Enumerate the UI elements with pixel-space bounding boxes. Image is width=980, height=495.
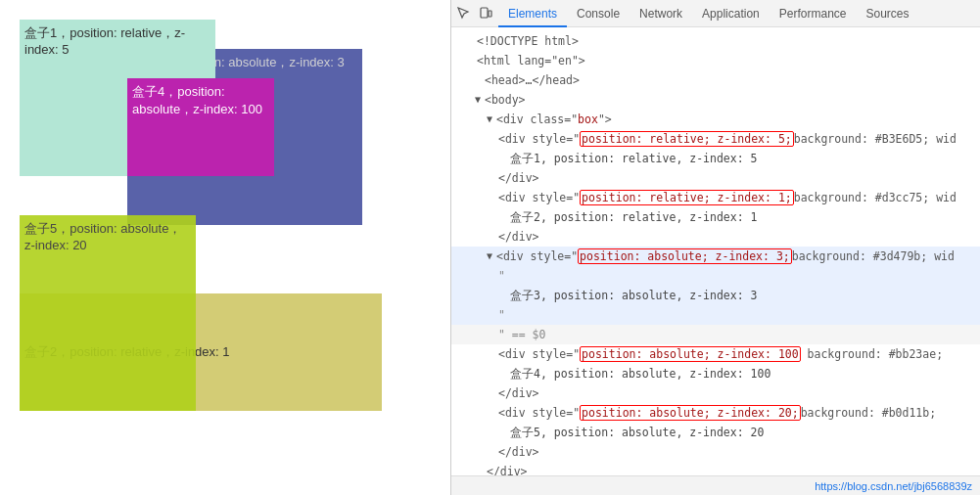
code-div3-quote2: "	[451, 305, 980, 325]
code-box5-text: 盒子5, position: absolute, z-index: 20	[451, 423, 980, 442]
tab-performance[interactable]: Performance	[770, 0, 857, 27]
tab-console[interactable]: Console	[567, 0, 630, 27]
code-div3-eq: " == $0	[451, 325, 980, 344]
code-box4-text: 盒子4, position: absolute, z-index: 100	[451, 364, 980, 383]
code-div3: ▼ <div style="position: absolute; z-inde…	[451, 247, 980, 266]
code-box1-text: 盒子1, position: relative, z-index: 5	[451, 149, 980, 168]
code-div4-close: </div>	[451, 383, 980, 403]
code-div2: <div style="position: relative; z-index:…	[451, 188, 980, 207]
tab-sources[interactable]: Sources	[857, 0, 919, 27]
box4-label: 盒子4，position: absolute，z-index: 100	[132, 83, 269, 118]
devtools-panel: Elements Console Network Application Per…	[450, 0, 980, 495]
box-container: 盒子1，position: relative，z-index: 5 盒子3，po…	[20, 20, 431, 470]
devtools-toolbar: Elements Console Network Application Per…	[451, 0, 980, 27]
elements-content[interactable]: <!DOCTYPE html> <html lang="en"> <head>……	[451, 27, 980, 475]
svg-rect-0	[481, 8, 488, 18]
box4: 盒子4，position: absolute，z-index: 100	[127, 78, 274, 176]
code-div1: <div style="position: relative; z-index:…	[451, 129, 980, 149]
code-div2-close: </div>	[451, 227, 980, 247]
box1-label: 盒子1，position: relative，z-index: 5	[24, 24, 210, 57]
device-icon[interactable]	[477, 5, 494, 22]
code-doctype: <!DOCTYPE html>	[451, 31, 980, 51]
box5: 盒子5，position: absolute，z-index: 20	[20, 215, 196, 411]
code-box2-text: 盒子2, position: relative, z-index: 1	[451, 207, 980, 227]
code-head: <head>…</head>	[451, 70, 980, 90]
code-div1-close: </div>	[451, 168, 980, 188]
url-text: https://blog.csdn.net/jbj6568839z	[815, 480, 972, 492]
url-footer: https://blog.csdn.net/jbj6568839z	[451, 475, 980, 495]
box5-label: 盒子5，position: absolute，z-index: 20	[24, 220, 191, 252]
code-div-box: ▼ <div class="box">	[451, 110, 980, 129]
tab-application[interactable]: Application	[692, 0, 770, 27]
code-body: ▼ <body>	[451, 90, 980, 110]
svg-rect-1	[489, 11, 491, 17]
code-div4: <div style="position: absolute; z-index:…	[451, 344, 980, 364]
code-html: <html lang="en">	[451, 51, 980, 70]
tab-network[interactable]: Network	[630, 0, 692, 27]
code-div5: <div style="position: absolute; z-index:…	[451, 403, 980, 423]
devtools-tabs: Elements Console Network Application Per…	[498, 0, 976, 27]
inspect-icon[interactable]	[455, 5, 473, 22]
tab-elements[interactable]: Elements	[498, 0, 567, 27]
demo-panel: 盒子1，position: relative，z-index: 5 盒子3，po…	[0, 0, 450, 495]
code-divbox-close: </div>	[451, 462, 980, 475]
code-div3-quote1: "	[451, 266, 980, 286]
code-div5-close: </div>	[451, 442, 980, 462]
code-box3-text: 盒子3, position: absolute, z-index: 3	[451, 286, 980, 305]
